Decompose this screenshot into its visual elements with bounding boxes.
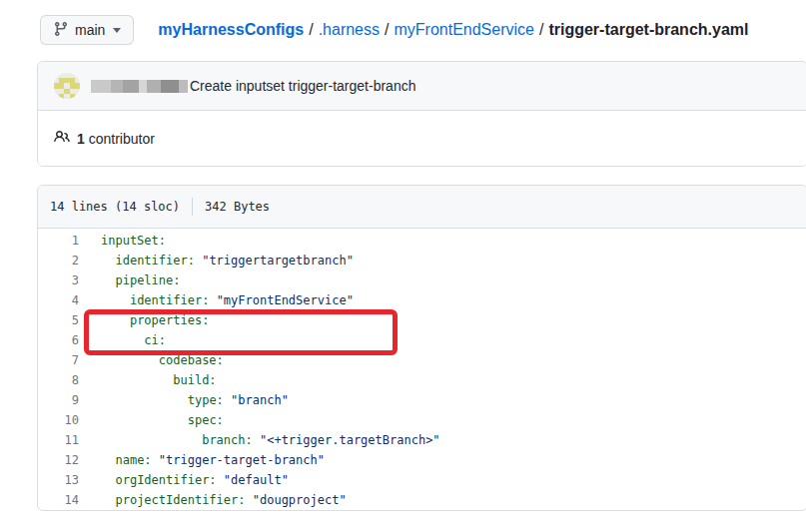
- code-viewer: 1inputSet:2 identifier: "triggertargetbr…: [38, 229, 806, 510]
- code-line: 10 spec:: [38, 410, 806, 430]
- line-number[interactable]: 11: [38, 430, 79, 450]
- code-text: pipeline:: [101, 270, 180, 290]
- code-text: build:: [101, 370, 217, 390]
- line-number[interactable]: 13: [38, 470, 79, 490]
- redacted-author-name[interactable]: [91, 80, 188, 93]
- people-icon: [54, 129, 77, 149]
- line-number[interactable]: 1: [38, 231, 79, 251]
- line-number[interactable]: 2: [38, 251, 79, 270]
- code-line: 11 branch: "<+trigger.targetBranch>": [38, 430, 806, 450]
- line-number[interactable]: 3: [38, 270, 79, 290]
- code-text: projectIdentifier: "dougproject": [101, 490, 347, 510]
- code-line: 5 properties:: [38, 310, 806, 330]
- breadcrumb: myHarnessConfigs/.harness/myFrontEndServ…: [158, 21, 748, 39]
- code-text: properties:: [101, 310, 209, 330]
- code-text: type: "branch": [101, 390, 289, 410]
- line-number[interactable]: 6: [38, 330, 79, 350]
- file-size: 342 Bytes: [205, 200, 270, 214]
- commit-message-link[interactable]: Create inputset trigger-target-branch: [190, 78, 415, 94]
- file-lines-info: 14 lines (14 sloc): [50, 200, 180, 214]
- line-number[interactable]: 5: [38, 310, 79, 330]
- code-line: 6 ci:: [38, 330, 806, 350]
- breadcrumb-separator: /: [534, 21, 548, 38]
- chevron-down-icon: [113, 28, 121, 33]
- code-line: 9 type: "branch": [38, 390, 806, 410]
- line-number[interactable]: 8: [38, 370, 79, 390]
- author-avatar[interactable]: [54, 73, 80, 99]
- code-line: 1inputSet:: [38, 231, 806, 251]
- meta-divider: [192, 198, 193, 216]
- line-number[interactable]: 4: [38, 290, 79, 310]
- breadcrumb-dir-harness-link[interactable]: .harness: [319, 21, 380, 38]
- contributors-link[interactable]: 1 contributor: [77, 131, 155, 147]
- code-text: identifier: "myFrontEndService": [101, 290, 354, 310]
- line-number[interactable]: 9: [38, 390, 79, 410]
- code-text: branch: "<+trigger.targetBranch>": [101, 430, 440, 450]
- contributor-count: 1: [77, 131, 85, 147]
- line-number[interactable]: 12: [38, 450, 79, 470]
- branch-selector-button[interactable]: main: [40, 15, 134, 45]
- commit-header: Create inputset trigger-target-branch: [38, 62, 806, 111]
- git-branch-icon: [53, 21, 69, 40]
- branch-name-label: main: [75, 22, 105, 38]
- code-text: identifier: "triggertargetbranch": [101, 251, 354, 270]
- breadcrumb-separator: /: [304, 21, 318, 38]
- code-line: 12 name: "trigger-target-branch": [38, 450, 806, 470]
- breadcrumb-dir-service-link[interactable]: myFrontEndService: [394, 21, 534, 38]
- code-text: codebase:: [101, 350, 224, 370]
- file-navigation-bar: main myHarnessConfigs/.harness/myFrontEn…: [40, 15, 748, 45]
- code-line: 13 orgIdentifier: "default": [38, 470, 806, 490]
- contributor-label: contributor: [89, 131, 155, 147]
- code-line: 3 pipeline:: [38, 270, 806, 290]
- file-content-box: 14 lines (14 sloc) 342 Bytes 1inputSet:2…: [37, 185, 806, 511]
- breadcrumb-repo-link[interactable]: myHarnessConfigs: [158, 21, 304, 38]
- code-text: ci:: [101, 330, 166, 350]
- code-line: 4 identifier: "myFrontEndService": [38, 290, 806, 310]
- code-text: inputSet:: [101, 231, 166, 251]
- code-line: 2 identifier: "triggertargetbranch": [38, 251, 806, 270]
- line-number[interactable]: 10: [38, 410, 79, 430]
- code-line: 8 build:: [38, 370, 806, 390]
- line-number[interactable]: 7: [38, 350, 79, 370]
- code-text: spec:: [101, 410, 224, 430]
- breadcrumb-current-file: trigger-target-branch.yaml: [548, 21, 748, 38]
- line-number[interactable]: 14: [38, 490, 79, 510]
- code-text: name: "trigger-target-branch": [101, 450, 325, 470]
- code-text: orgIdentifier: "default": [101, 470, 289, 490]
- github-file-view: main myHarnessConfigs/.harness/myFrontEn…: [0, 0, 806, 532]
- code-line: 7 codebase:: [38, 350, 806, 370]
- latest-commit-box: Create inputset trigger-target-branch 1 …: [37, 61, 806, 167]
- contributors-row: 1 contributor: [38, 111, 806, 167]
- breadcrumb-separator: /: [380, 21, 394, 38]
- code-line: 14 projectIdentifier: "dougproject": [38, 490, 806, 510]
- file-meta-header: 14 lines (14 sloc) 342 Bytes: [38, 186, 806, 229]
